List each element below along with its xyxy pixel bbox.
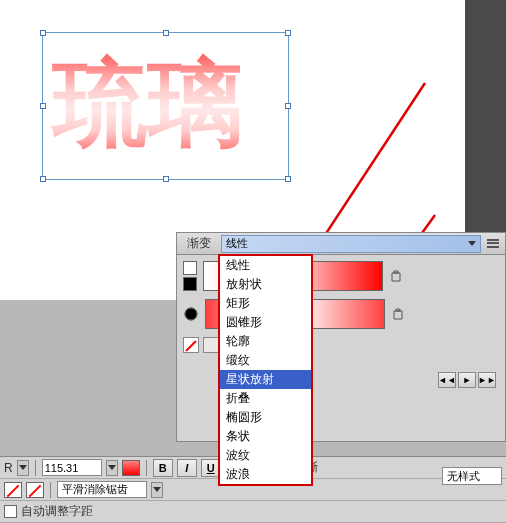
option-rect[interactable]: 矩形 bbox=[220, 294, 311, 313]
style-dropdown[interactable]: 无样式 bbox=[442, 467, 502, 485]
option-radial[interactable]: 放射状 bbox=[220, 275, 311, 294]
resize-handle-bm[interactable] bbox=[163, 176, 169, 182]
size-dropdown[interactable] bbox=[106, 460, 118, 476]
resize-handle-ml[interactable] bbox=[40, 103, 46, 109]
tool-icon[interactable] bbox=[203, 337, 219, 353]
no-fill-icon[interactable] bbox=[183, 337, 199, 353]
option-folds[interactable]: 折叠 bbox=[220, 389, 311, 408]
color-wheel-icon[interactable] bbox=[183, 306, 199, 322]
dropdown-selected-label: 线性 bbox=[226, 236, 248, 251]
resize-handle-br[interactable] bbox=[285, 176, 291, 182]
antialiasing-dd-arrow[interactable] bbox=[151, 482, 163, 498]
gradient-type-dropdown[interactable]: 线性 bbox=[221, 235, 481, 253]
panel-title: 渐变 bbox=[181, 235, 217, 252]
fill-none-chip[interactable] bbox=[26, 482, 44, 498]
timeline-controls: ◄◄ ► ►► bbox=[438, 372, 496, 388]
trash-icon-2[interactable] bbox=[391, 307, 405, 321]
option-satin[interactable]: 缎纹 bbox=[220, 351, 311, 370]
separator bbox=[35, 460, 36, 476]
fill-color-chip[interactable] bbox=[122, 460, 140, 476]
option-linear[interactable]: 线性 bbox=[220, 256, 311, 275]
separator bbox=[146, 460, 147, 476]
option-cone[interactable]: 圆锥形 bbox=[220, 313, 311, 332]
option-starburst[interactable]: 星状放射 bbox=[220, 370, 311, 389]
separator bbox=[50, 482, 51, 498]
font-label: R bbox=[4, 461, 13, 475]
canvas-text[interactable]: 琉璃 bbox=[43, 33, 288, 173]
stroke-none-chip[interactable] bbox=[4, 482, 22, 498]
antialiasing-label: 平滑消除锯齿 bbox=[62, 482, 128, 497]
font-size-input[interactable] bbox=[42, 459, 102, 476]
auto-kern-label: 自动调整字距 bbox=[21, 503, 93, 520]
panel-header: 渐变 线性 bbox=[177, 233, 505, 255]
italic-button[interactable]: I bbox=[177, 459, 197, 477]
bold-button[interactable]: B bbox=[153, 459, 173, 477]
option-contour[interactable]: 轮廓 bbox=[220, 332, 311, 351]
option-ellipse[interactable]: 椭圆形 bbox=[220, 408, 311, 427]
text-selection-box[interactable]: 琉璃 bbox=[42, 32, 289, 180]
resize-handle-bl[interactable] bbox=[40, 176, 46, 182]
chevron-down-icon bbox=[153, 487, 161, 492]
style-label: 无样式 bbox=[447, 469, 480, 484]
resize-handle-tr[interactable] bbox=[285, 30, 291, 36]
auto-kern-checkbox[interactable] bbox=[4, 505, 17, 518]
prev-button[interactable]: ◄◄ bbox=[438, 372, 456, 388]
swatch-black[interactable] bbox=[183, 277, 197, 291]
panel-menu-icon[interactable] bbox=[485, 237, 501, 251]
color-swatches bbox=[183, 261, 197, 291]
resize-handle-tm[interactable] bbox=[163, 30, 169, 36]
option-waves[interactable]: 波浪 bbox=[220, 465, 311, 484]
chevron-down-icon bbox=[19, 465, 27, 470]
option-bars[interactable]: 条状 bbox=[220, 427, 311, 446]
next-button[interactable]: ►► bbox=[478, 372, 496, 388]
play-button[interactable]: ► bbox=[458, 372, 476, 388]
antialiasing-dropdown[interactable]: 平滑消除锯齿 bbox=[57, 481, 147, 498]
option-ripple[interactable]: 波纹 bbox=[220, 446, 311, 465]
font-dropdown[interactable] bbox=[17, 460, 29, 476]
swatch-white[interactable] bbox=[183, 261, 197, 275]
trash-icon[interactable] bbox=[389, 269, 403, 283]
chevron-down-icon bbox=[108, 465, 116, 470]
gradient-type-list: 线性 放射状 矩形 圆锥形 轮廓 缎纹 星状放射 折叠 椭圆形 条状 波纹 波浪 bbox=[218, 254, 313, 486]
resize-handle-mr[interactable] bbox=[285, 103, 291, 109]
resize-handle-tl[interactable] bbox=[40, 30, 46, 36]
chevron-down-icon bbox=[468, 241, 476, 246]
